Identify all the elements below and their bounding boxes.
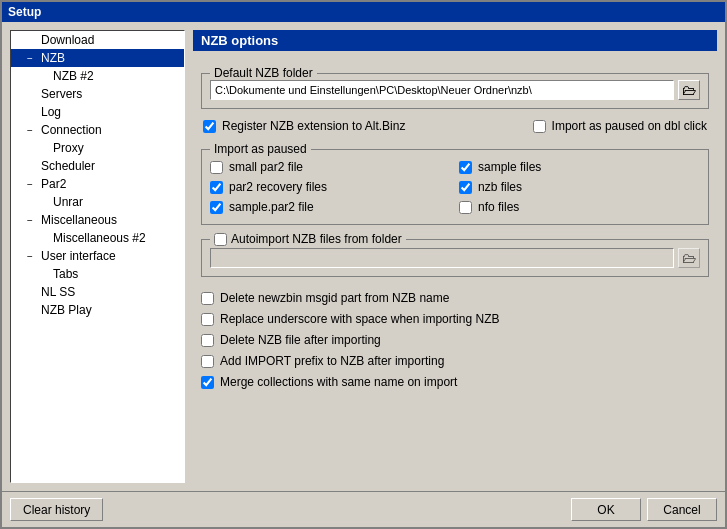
sidebar-item-download[interactable]: Download [11,31,184,49]
import-paused-dbl-checkbox[interactable] [533,120,546,133]
title-bar: Setup [2,2,725,22]
option-3-label: Add IMPORT prefix to NZB after importing [220,354,444,368]
small-par2-checkbox[interactable] [210,161,223,174]
import-paused-items: small par2 file sample files par2 recove… [210,158,700,216]
option-0-label: Delete newzbin msgid part from NZB name [220,291,449,305]
expand-icon: − [27,53,39,64]
bottom-bar: Clear history OK Cancel [2,491,725,527]
panel-content: Default NZB folder 🗁 Register NZB extens… [193,57,717,483]
par2-recovery-checkbox[interactable] [210,181,223,194]
default-nzb-folder-group: Default NZB folder 🗁 [201,73,709,109]
content-area: Download − NZB NZB #2 Servers Log − Conn… [2,22,725,491]
sidebar-item-unrar[interactable]: Unrar [11,193,184,211]
option-4-row: Merge collections with same name on impo… [201,373,709,391]
nfo-files-label: nfo files [478,200,519,214]
sidebar-item-nzb2[interactable]: NZB #2 [11,67,184,85]
nzb-files-checkbox[interactable] [459,181,472,194]
register-nzb-checkbox[interactable] [203,120,216,133]
option-2-label: Delete NZB file after importing [220,333,381,347]
expand-icon: − [27,125,39,136]
option-1-label: Replace underscore with space when impor… [220,312,499,326]
option-0-row: Delete newzbin msgid part from NZB name [201,289,709,307]
option-0-checkbox[interactable] [201,292,214,305]
options-list: Delete newzbin msgid part from NZB name … [201,289,709,391]
sidebar-item-log[interactable]: Log [11,103,184,121]
option-1-checkbox[interactable] [201,313,214,326]
sidebar-item-nzbplay[interactable]: NZB Play [11,301,184,319]
autoimport-label: Autoimport NZB files from folder [231,232,402,246]
autoimport-label-row: Autoimport NZB files from folder [210,232,406,246]
expand-icon: − [27,215,39,226]
nfo-files-row: nfo files [459,198,700,216]
sidebar: Download − NZB NZB #2 Servers Log − Conn… [10,30,185,483]
setup-window: Setup Download − NZB NZB #2 Servers [0,0,727,529]
sample-par2-checkbox[interactable] [210,201,223,214]
option-4-label: Merge collections with same name on impo… [220,375,457,389]
sidebar-item-nzb[interactable]: − NZB [11,49,184,67]
import-as-paused-group: Import as paused small par2 file sample … [201,149,709,225]
option-1-row: Replace underscore with space when impor… [201,310,709,328]
default-nzb-folder-label: Default NZB folder [210,66,317,80]
autoimport-path-row: 🗁 [210,248,700,268]
sidebar-item-nlss[interactable]: NL SS [11,283,184,301]
ok-button[interactable]: OK [571,498,641,521]
nfo-files-checkbox[interactable] [459,201,472,214]
nzb-files-row: nzb files [459,178,700,196]
expand-icon: − [27,179,39,190]
sidebar-item-proxy[interactable]: Proxy [11,139,184,157]
par2-recovery-label: par2 recovery files [229,180,327,194]
sidebar-item-misc[interactable]: − Miscellaneous [11,211,184,229]
register-nzb-row: Register NZB extension to Alt.Binz [203,117,405,135]
window-title: Setup [8,5,41,19]
small-par2-label: small par2 file [229,160,303,174]
sample-files-checkbox[interactable] [459,161,472,174]
dialog-buttons: OK Cancel [571,498,717,521]
autoimport-path-input[interactable] [210,248,674,268]
import-as-paused-label: Import as paused [210,142,311,156]
par2-recovery-row: par2 recovery files [210,178,451,196]
sidebar-item-tabs[interactable]: Tabs [11,265,184,283]
cancel-button[interactable]: Cancel [647,498,717,521]
nzb-path-row: 🗁 [210,80,700,100]
nzb-browse-button[interactable]: 🗁 [678,80,700,100]
sample-files-label: sample files [478,160,541,174]
nzb-files-label: nzb files [478,180,522,194]
option-3-checkbox[interactable] [201,355,214,368]
import-paused-dbl-row: Import as paused on dbl click [533,117,707,135]
register-nzb-label: Register NZB extension to Alt.Binz [222,119,405,133]
main-panel: NZB options Default NZB folder 🗁 Registe… [193,30,717,483]
sidebar-item-scheduler[interactable]: Scheduler [11,157,184,175]
option-2-row: Delete NZB file after importing [201,331,709,349]
sidebar-item-par2[interactable]: − Par2 [11,175,184,193]
clear-history-button[interactable]: Clear history [10,498,103,521]
section-title: NZB options [193,30,717,51]
expand-icon: − [27,251,39,262]
sidebar-item-servers[interactable]: Servers [11,85,184,103]
sample-par2-label: sample.par2 file [229,200,314,214]
option-4-checkbox[interactable] [201,376,214,389]
sidebar-item-connection[interactable]: − Connection [11,121,184,139]
sample-par2-row: sample.par2 file [210,198,451,216]
sidebar-item-misc2[interactable]: Miscellaneous #2 [11,229,184,247]
nzb-path-input[interactable] [210,80,674,100]
import-paused-dbl-label: Import as paused on dbl click [552,119,707,133]
option-3-row: Add IMPORT prefix to NZB after importing [201,352,709,370]
autoimport-group: Autoimport NZB files from folder 🗁 [201,239,709,277]
option-2-checkbox[interactable] [201,334,214,347]
autoimport-checkbox[interactable] [214,233,227,246]
sample-files-row: sample files [459,158,700,176]
sidebar-item-userinterface[interactable]: − User interface [11,247,184,265]
small-par2-row: small par2 file [210,158,451,176]
autoimport-browse-button[interactable]: 🗁 [678,248,700,268]
